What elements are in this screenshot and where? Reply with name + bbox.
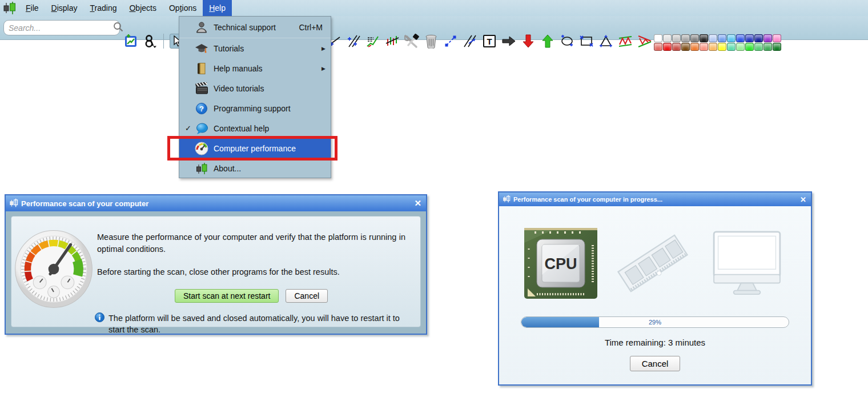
- color-swatch[interactable]: [690, 34, 699, 42]
- scan-progress-dialog: Performance scan of your computer in pro…: [498, 191, 812, 386]
- color-swatch[interactable]: [672, 43, 681, 51]
- help-menu-item-help-manuals[interactable]: Help manuals ▶: [179, 58, 331, 78]
- candlestick-icon: [503, 195, 511, 204]
- menu-display[interactable]: Display: [45, 0, 84, 16]
- shortcut-label: Ctrl+M: [299, 23, 331, 32]
- speech-bubble-icon: [195, 122, 208, 135]
- menu-file[interactable]: File: [19, 0, 45, 16]
- search-box[interactable]: [3, 20, 120, 35]
- linked-windows-icon[interactable]: [143, 34, 158, 49]
- trash-icon[interactable]: [424, 34, 439, 49]
- menu-help[interactable]: Help: [203, 0, 232, 16]
- monitor-icon: [707, 226, 787, 303]
- line-on-candles-icon[interactable]: [385, 34, 400, 49]
- color-swatch[interactable]: [709, 34, 717, 42]
- menu-objects[interactable]: Objects: [123, 0, 162, 16]
- help-menu-item-contextual-help[interactable]: ✓ Contextual help: [179, 118, 331, 138]
- annotated-chart-icon[interactable]: [365, 34, 380, 49]
- color-swatch[interactable]: [754, 43, 763, 51]
- text-tool-icon[interactable]: T: [482, 34, 497, 49]
- color-swatch[interactable]: [754, 34, 763, 42]
- candlestick-logo-icon: [0, 0, 19, 16]
- color-swatch[interactable]: [763, 43, 772, 51]
- color-swatch[interactable]: [736, 43, 745, 51]
- color-swatch[interactable]: [736, 34, 745, 42]
- candlestick-icon: [9, 198, 18, 209]
- color-swatch[interactable]: [672, 34, 681, 42]
- info-note: The platform will be saved and closed au…: [108, 312, 405, 336]
- dialog-titlebar[interactable]: Performance scan of your computer in pro…: [499, 193, 811, 206]
- ellipse-tool-icon[interactable]: [560, 34, 574, 49]
- color-swatch[interactable]: [718, 43, 726, 51]
- start-scan-button[interactable]: Start scan at next restart: [175, 289, 279, 303]
- menu-options[interactable]: Options: [163, 0, 203, 16]
- segment-icon[interactable]: [443, 34, 458, 49]
- parallel-lines-icon[interactable]: [463, 34, 477, 49]
- performance-scan-dialog: Performance scan of your computer ✕: [5, 194, 427, 335]
- hardware-icons-row: CPU: [523, 225, 787, 304]
- progress-bar: 29%: [521, 316, 789, 328]
- color-swatch[interactable]: [700, 34, 708, 42]
- book-icon: [195, 62, 208, 75]
- search-icon: [112, 21, 124, 35]
- color-swatch[interactable]: [763, 34, 772, 42]
- menu-bar: File Display Trading Objects Options Hel…: [0, 0, 868, 16]
- close-icon[interactable]: ✕: [414, 198, 421, 208]
- ram-icon: [613, 223, 693, 306]
- help-menu-item-technical-support[interactable]: Technical support Ctrl+M: [179, 17, 331, 38]
- color-swatch[interactable]: [681, 34, 690, 42]
- color-swatch[interactable]: [773, 43, 781, 51]
- color-swatch[interactable]: [709, 43, 717, 51]
- toolbar: T: [0, 16, 868, 40]
- gauge-icon: [195, 142, 208, 155]
- cancel-button[interactable]: Cancel: [286, 289, 328, 303]
- triangle-tool-icon[interactable]: [598, 34, 613, 49]
- progress-percent-label: 29%: [521, 319, 789, 326]
- submenu-arrow-icon: ▶: [322, 66, 331, 71]
- color-swatch[interactable]: [718, 34, 726, 42]
- multi-trendline-icon[interactable]: [346, 34, 361, 49]
- cpu-icon: CPU: [523, 226, 598, 303]
- support-agent-icon: [195, 21, 208, 34]
- color-swatch[interactable]: [681, 43, 690, 51]
- help-menu-item-about[interactable]: About...: [179, 158, 331, 178]
- color-swatch[interactable]: [663, 34, 672, 42]
- search-input[interactable]: [9, 23, 112, 33]
- color-swatch[interactable]: [745, 43, 754, 51]
- menu-trading[interactable]: Trading: [84, 0, 123, 16]
- new-chart-icon[interactable]: [123, 34, 138, 49]
- color-swatch[interactable]: [745, 34, 754, 42]
- toolbar-separator: [163, 34, 164, 49]
- color-swatch[interactable]: [700, 43, 708, 51]
- cancel-button[interactable]: Cancel: [630, 356, 681, 371]
- color-swatch[interactable]: [727, 34, 736, 42]
- submenu-arrow-icon: ▶: [322, 46, 331, 51]
- rectangle-tool-icon[interactable]: [579, 34, 594, 49]
- dialog-title: Performance scan of your computer: [21, 199, 414, 208]
- color-swatch[interactable]: [654, 43, 662, 51]
- color-swatch[interactable]: [773, 34, 781, 42]
- cpu-label: CPU: [544, 255, 577, 272]
- dialog-body-text: Measure the performance of your computer…: [97, 231, 405, 255]
- dialog-body-text: Before starting the scan, close other pr…: [97, 267, 405, 276]
- help-menu-item-computer-performance[interactable]: Computer performance: [179, 138, 331, 158]
- color-swatch[interactable]: [690, 43, 699, 51]
- color-swatch[interactable]: [727, 43, 736, 51]
- graduation-cap-icon: [195, 42, 208, 55]
- tools-icon[interactable]: [404, 34, 419, 49]
- dialog-titlebar[interactable]: Performance scan of your computer ✕: [6, 195, 426, 211]
- color-swatch[interactable]: [663, 43, 672, 51]
- right-arrow-icon[interactable]: [501, 34, 516, 49]
- color-palette: [654, 34, 781, 51]
- help-menu-item-programming-support[interactable]: ? Programming support: [179, 98, 331, 118]
- dialog-title: Performance scan of your computer in pro…: [513, 196, 800, 203]
- application-window: File Display Trading Objects Options Hel…: [0, 0, 868, 393]
- down-arrow-icon[interactable]: [521, 34, 536, 49]
- up-arrow-icon[interactable]: [540, 34, 555, 49]
- wedge-pattern-icon[interactable]: [637, 34, 652, 49]
- help-menu-item-tutorials[interactable]: Tutorials ▶: [179, 38, 331, 58]
- color-swatch[interactable]: [654, 34, 662, 42]
- close-icon[interactable]: ✕: [800, 195, 806, 204]
- help-menu-item-video-tutorials[interactable]: Video tutorials: [179, 78, 331, 98]
- zigzag-pattern-icon[interactable]: [618, 34, 633, 49]
